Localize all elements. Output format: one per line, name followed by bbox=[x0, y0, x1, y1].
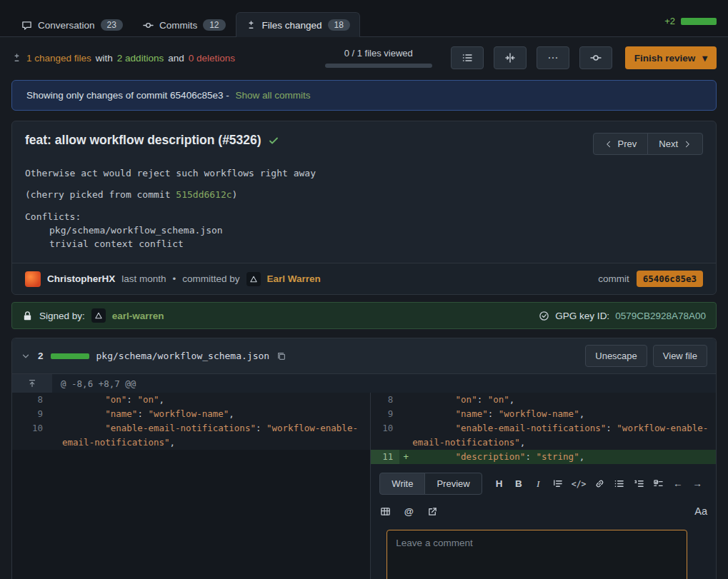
diff-code: "on": "on", bbox=[62, 393, 370, 407]
commit-nav-buttons: Prev Next bbox=[593, 133, 703, 155]
view-file-button[interactable]: View file bbox=[653, 345, 707, 367]
line-number[interactable]: 8 bbox=[12, 393, 49, 407]
finish-review-button[interactable]: Finish review ▾ bbox=[625, 46, 717, 69]
task-list-icon[interactable] bbox=[652, 478, 664, 489]
signer-name[interactable]: earl-warren bbox=[112, 311, 164, 321]
font-toggle-icon[interactable]: Aa bbox=[694, 505, 707, 517]
diff-code: "name": "workflow-name", bbox=[412, 407, 716, 421]
commit-author-row: ChristopherHX last month • committed by … bbox=[12, 263, 716, 294]
chevron-down-icon[interactable] bbox=[21, 351, 31, 361]
commit-label: commit bbox=[598, 273, 629, 284]
files-viewed-label: 0 / 1 files viewed bbox=[325, 48, 432, 59]
write-tab[interactable]: Write bbox=[379, 473, 425, 495]
diff-icon bbox=[11, 53, 22, 64]
diff-code: "name": "workflow-name", bbox=[62, 407, 370, 421]
commit-message-body: Otherwise act would reject such workflow… bbox=[12, 158, 716, 263]
mention-icon[interactable]: @ bbox=[403, 506, 414, 517]
pr-tab-bar: Conversation 23 Commits 12 Files changed… bbox=[0, 0, 728, 37]
conversation-count-badge: 23 bbox=[101, 19, 123, 31]
author-name[interactable]: ChristopherHX bbox=[47, 273, 115, 284]
lock-icon bbox=[22, 311, 33, 321]
authored-when: last month bbox=[121, 273, 166, 284]
unescape-button[interactable]: Unescape bbox=[585, 345, 647, 367]
comment-input[interactable] bbox=[387, 530, 687, 579]
finish-review-label: Finish review bbox=[634, 53, 696, 64]
editor-tabs: Write Preview bbox=[379, 473, 482, 495]
tab-commits[interactable]: Commits 12 bbox=[133, 12, 236, 37]
new-side-rows: 8 "on": "on",9 "name": "workflow-name",1… bbox=[371, 393, 716, 464]
file-list-button[interactable] bbox=[451, 46, 484, 69]
code-icon[interactable]: </> bbox=[572, 479, 587, 489]
gpg-key-group: GPG key ID: 0579CB2928A78A00 bbox=[539, 311, 706, 321]
summary-text-with: with bbox=[96, 53, 113, 64]
copy-icon[interactable] bbox=[276, 351, 286, 361]
line-number[interactable]: 10 bbox=[12, 421, 49, 450]
tab-files-changed[interactable]: Files changed 18 bbox=[236, 12, 360, 37]
arrow-left-icon[interactable]: ← bbox=[672, 478, 684, 489]
commit-title: feat: allow workflow description (#5326) bbox=[25, 133, 279, 148]
triangle-logo-icon bbox=[249, 275, 258, 283]
preview-tab[interactable]: Preview bbox=[424, 473, 482, 495]
conflict-file: pkg/schema/workflow_schema.json bbox=[25, 225, 703, 236]
diff-sign bbox=[49, 393, 62, 407]
diff-file-panel: 2 pkg/schema/workflow_schema.json Unesca… bbox=[11, 338, 717, 579]
signed-by-label: Signed by: bbox=[39, 311, 85, 321]
diff-options-button[interactable]: ⋯ bbox=[537, 46, 569, 69]
commit-message-panel: feat: allow workflow description (#5326)… bbox=[11, 121, 717, 295]
diff-sign: + bbox=[399, 450, 412, 464]
committer-avatar[interactable] bbox=[246, 272, 261, 286]
diff-code: "enable-email-notifications": "workflow-… bbox=[412, 421, 716, 450]
quote-icon[interactable] bbox=[552, 478, 563, 489]
signer-avatar[interactable] bbox=[91, 308, 106, 323]
diff-code: "enable-email-notifications": "workflow-… bbox=[62, 421, 370, 450]
file-name[interactable]: pkg/schema/workflow_schema.json bbox=[96, 351, 270, 361]
show-all-commits-link[interactable]: Show all commits bbox=[235, 90, 310, 101]
author-avatar[interactable] bbox=[25, 271, 41, 287]
commit-sha-badge[interactable]: 65406c85e3 bbox=[637, 271, 703, 287]
diff-old-side: 8 "on": "on",9 "name": "workflow-name",1… bbox=[12, 393, 371, 579]
line-number[interactable]: 11 bbox=[371, 450, 399, 464]
old-diff-row bbox=[12, 450, 370, 464]
cherry-pick-hash[interactable]: 515dd6612c bbox=[176, 189, 231, 200]
line-number[interactable]: 9 bbox=[371, 407, 399, 421]
next-label: Next bbox=[659, 139, 678, 149]
committer-name[interactable]: Earl Warren bbox=[267, 273, 321, 284]
prev-commit-button[interactable]: Prev bbox=[593, 133, 649, 155]
next-commit-button[interactable]: Next bbox=[647, 133, 703, 155]
expand-hunk-cell[interactable] bbox=[12, 374, 52, 393]
new-diff-row: 11+ "description": "string", bbox=[371, 450, 716, 464]
numbered-list-icon[interactable] bbox=[633, 478, 644, 489]
tab-bar-diff-stats: +2 bbox=[664, 16, 717, 36]
diff-stat-bar bbox=[681, 18, 717, 25]
line-number[interactable]: 8 bbox=[371, 393, 399, 407]
line-number[interactable]: 10 bbox=[371, 421, 399, 450]
deletions-text: 0 deletions bbox=[189, 53, 235, 64]
split-columns-icon bbox=[504, 52, 516, 64]
cross-reference-icon[interactable] bbox=[427, 506, 438, 517]
summary-text-and: and bbox=[168, 53, 184, 64]
comment-editor: Write Preview H B I </> bbox=[371, 464, 716, 579]
line-number[interactable]: 9 bbox=[12, 407, 49, 421]
table-icon[interactable] bbox=[379, 506, 391, 517]
line-number[interactable] bbox=[12, 450, 49, 464]
prev-label: Prev bbox=[618, 139, 637, 149]
commit-select-button[interactable] bbox=[579, 46, 612, 69]
changed-files-link[interactable]: 1 changed files bbox=[26, 53, 91, 64]
editor-second-row: @ Aa bbox=[379, 505, 707, 517]
bullet-list-icon[interactable] bbox=[614, 478, 625, 489]
gpg-signature-row: Signed by: earl-warren GPG key ID: 0579C… bbox=[11, 302, 717, 329]
gpg-key-id: 0579CB2928A78A00 bbox=[615, 311, 706, 321]
arrow-right-icon[interactable]: → bbox=[692, 478, 703, 489]
link-icon[interactable] bbox=[594, 478, 606, 489]
split-view-button[interactable] bbox=[494, 46, 527, 69]
cherry-suffix: ) bbox=[232, 189, 238, 200]
new-diff-row: 8 "on": "on", bbox=[371, 393, 716, 407]
dot-separator: • bbox=[173, 273, 176, 284]
tab-commits-label: Commits bbox=[159, 20, 197, 31]
heading-icon[interactable]: H bbox=[494, 478, 505, 489]
italic-icon[interactable]: I bbox=[532, 478, 544, 490]
notice-message: Showing only changes of commit 65406c85e… bbox=[26, 90, 229, 101]
tab-conversation[interactable]: Conversation 23 bbox=[11, 12, 133, 37]
bold-icon[interactable]: B bbox=[513, 478, 524, 489]
conflict-note: trivial context conflict bbox=[25, 238, 703, 250]
